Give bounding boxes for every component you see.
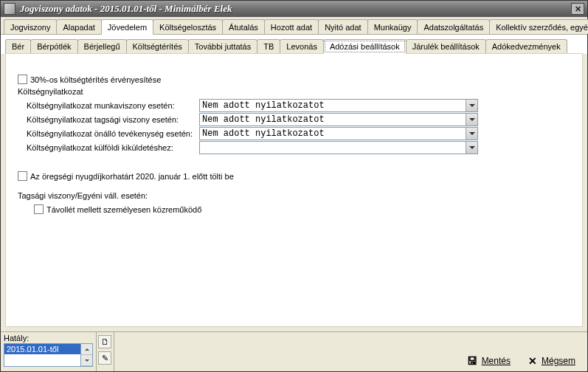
main-tab-3[interactable]: Költségelosztás — [153, 19, 223, 34]
sub-tab-8[interactable]: Járulék beállítások — [406, 39, 486, 53]
save-button[interactable]: 🖫 Mentés — [467, 355, 511, 367]
field-select-value-2: Nem adott nyilatkozatot — [202, 128, 325, 139]
sub-tab-3[interactable]: Költségtérítés — [126, 39, 189, 53]
chk-presence-row: Távollét mellett személyesen közreműködő — [34, 204, 573, 214]
sub-tab-5[interactable]: TB — [257, 39, 280, 53]
sub-tab-2[interactable]: Bérjellegű — [77, 39, 127, 53]
field-label-3: Költségnyilatkozat külföldi kiküldetéshe… — [27, 143, 199, 152]
cancel-button-label: Mégsem — [542, 356, 575, 366]
chevron-down-icon[interactable] — [466, 114, 477, 125]
sub-tab-6[interactable]: Levonás — [280, 39, 324, 53]
edit-icon[interactable]: ✎ — [98, 351, 111, 365]
scroll-up-icon[interactable] — [81, 344, 92, 355]
field-row-2: Költségnyilatkozat önálló tevékenység es… — [27, 127, 573, 140]
sub-tab-1[interactable]: Bérpótlék — [30, 39, 77, 53]
hataly-box: Hatály: 2015.01.01-től — [1, 332, 97, 371]
chk-30pct[interactable] — [18, 75, 27, 84]
titlebar: Jogviszony adatok - 2015.01.01-től - Min… — [1, 1, 587, 17]
field-select-0[interactable]: Nem adott nyilatkozatot — [199, 99, 478, 112]
hataly-toolbuttons: 🗋 ✎ — [97, 332, 114, 371]
field-select-2[interactable]: Nem adott nyilatkozatot — [199, 127, 478, 140]
bottom-bar: Hatály: 2015.01.01-től 🗋 ✎ 🖫 Mentés ✕ — [1, 331, 587, 371]
main-tab-6[interactable]: Nyitó adat — [318, 19, 368, 34]
field-select-value-0: Nem adott nyilatkozatot — [202, 100, 325, 111]
cancel-button[interactable]: ✕ Mégsem — [528, 355, 575, 367]
field-select-value-1: Nem adott nyilatkozatot — [202, 114, 325, 125]
sub-tab-9[interactable]: Adókedvezmények — [485, 39, 567, 53]
chevron-down-icon[interactable] — [466, 128, 477, 140]
chk-presence[interactable] — [34, 204, 44, 214]
content-panel: 30%-os költségtérítés érvényesítése Költ… — [5, 54, 583, 327]
hataly-list: 2015.01.01-től — [4, 343, 93, 367]
field-row-0: Költségnyilatkozat munkaviszony esetén:N… — [27, 99, 573, 112]
sub-tabs: BérBérpótlékBérjellegűKöltségtérítésTová… — [5, 39, 583, 54]
field-row-1: Költségnyilatkozat tagsági viszony eseté… — [27, 113, 573, 126]
sub-tab-7[interactable]: Adózási beállítások — [323, 39, 407, 54]
sub-tab-4[interactable]: További juttatás — [188, 39, 257, 53]
footer-actions: 🖫 Mentés ✕ Mégsem — [114, 332, 587, 371]
new-page-icon[interactable]: 🗋 — [98, 335, 111, 348]
main-tab-9[interactable]: Kollektív szerződés, egyéb — [489, 19, 588, 34]
chk-30pct-row: 30%-os költségtérítés érvényesítése — [18, 75, 573, 84]
hataly-listbox[interactable]: 2015.01.01-től — [4, 343, 81, 367]
cancel-icon: ✕ — [528, 355, 537, 367]
field-label-1: Költségnyilatkozat tagsági viszony eseté… — [27, 115, 199, 124]
field-select-1[interactable]: Nem adott nyilatkozatot — [199, 113, 478, 126]
main-tab-4[interactable]: Átutalás — [222, 19, 265, 34]
chk-30pct-label: 30%-os költségtérítés érvényesítése — [30, 75, 161, 84]
sub-tab-0[interactable]: Bér — [5, 39, 31, 53]
chk-pension[interactable] — [18, 171, 27, 181]
field-select-3[interactable] — [199, 141, 478, 154]
main-tab-1[interactable]: Alapadat — [56, 19, 101, 34]
main-tab-8[interactable]: Adatszolgáltatás — [417, 19, 490, 34]
chk-presence-label: Távollét mellett személyesen közreműködő — [46, 205, 201, 214]
chevron-down-icon[interactable] — [466, 100, 477, 111]
hataly-selected-item[interactable]: 2015.01.01-től — [4, 344, 80, 354]
chk-pension-label: Az öregségi nyugdíjkorhatárt 2020. januá… — [30, 172, 234, 181]
hataly-label: Hatály: — [4, 334, 93, 342]
hataly-scrollbar — [81, 343, 93, 367]
field-label-2: Költségnyilatkozat önálló tevékenység es… — [27, 129, 199, 138]
close-button[interactable]: ✕ — [571, 3, 584, 15]
subtab-area: BérBérpótlékBérjellegűKöltségtérítésTová… — [1, 35, 587, 54]
section-label-koltsegnyilatkozat: Költségnyilatkozat — [18, 87, 573, 96]
save-icon: 🖫 — [467, 355, 477, 367]
chk-pension-row: Az öregségi nyugdíjkorhatárt 2020. januá… — [18, 171, 573, 181]
dialog-window: Jogviszony adatok - 2015.01.01-től - Min… — [0, 0, 588, 372]
main-tabs: JogviszonyAlapadatJövedelemKöltségeloszt… — [1, 17, 587, 35]
scroll-down-icon[interactable] — [81, 355, 92, 366]
app-icon — [4, 3, 15, 15]
save-button-label: Mentés — [482, 356, 511, 366]
window-title: Jogviszony adatok - 2015.01.01-től - Min… — [20, 3, 571, 15]
field-label-0: Költségnyilatkozat munkaviszony esetén: — [27, 101, 199, 110]
main-tab-5[interactable]: Hozott adat — [264, 19, 319, 34]
main-tab-0[interactable]: Jogviszony — [4, 19, 57, 34]
field-row-3: Költségnyilatkozat külföldi kiküldetéshe… — [27, 141, 573, 154]
main-tab-7[interactable]: Munkaügy — [367, 19, 418, 34]
chevron-down-icon[interactable] — [466, 142, 477, 154]
group-label-tagsagi: Tagsági viszony/Egyéni váll. esetén: — [18, 191, 573, 200]
main-tab-2[interactable]: Jövedelem — [101, 19, 153, 35]
